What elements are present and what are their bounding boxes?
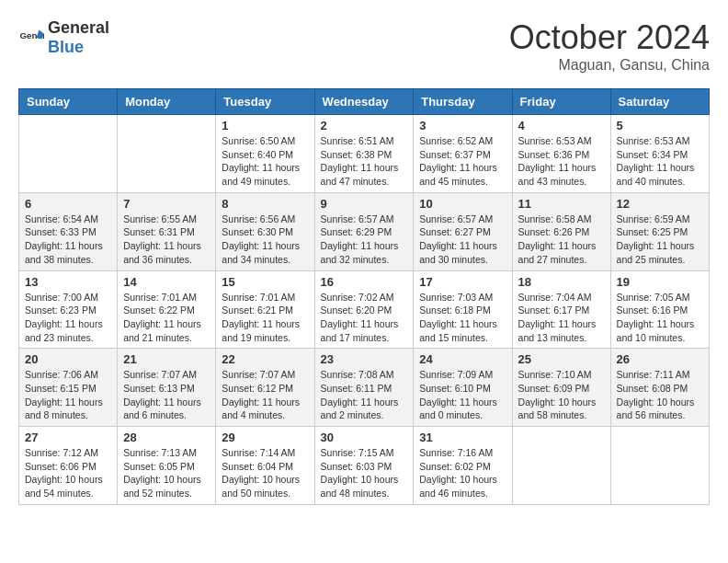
day-number: 5 <box>617 119 703 132</box>
day-info: Sunrise: 7:10 AMSunset: 6:09 PMDaylight:… <box>518 368 605 422</box>
calendar-week-row: 6Sunrise: 6:54 AMSunset: 6:33 PMDaylight… <box>19 192 710 270</box>
logo: General General Blue <box>18 18 109 57</box>
day-number: 26 <box>617 352 703 366</box>
calendar-cell: 28Sunrise: 7:13 AMSunset: 6:05 PMDayligh… <box>118 427 216 505</box>
day-number: 22 <box>222 352 308 366</box>
day-info: Sunrise: 7:06 AMSunset: 6:15 PMDaylight:… <box>25 368 111 422</box>
day-number: 30 <box>321 431 408 444</box>
day-info: Sunrise: 6:52 AMSunset: 6:37 PMDaylight:… <box>419 134 506 189</box>
location-title: Maguan, Gansu, China <box>509 57 710 74</box>
calendar-week-row: 20Sunrise: 7:06 AMSunset: 6:15 PMDayligh… <box>19 349 710 427</box>
calendar-header-row: SundayMondayTuesdayWednesdayThursdayFrid… <box>19 89 710 115</box>
calendar-cell: 7Sunrise: 6:55 AMSunset: 6:31 PMDaylight… <box>118 192 216 270</box>
weekday-header-tuesday: Tuesday <box>216 89 314 115</box>
day-info: Sunrise: 6:54 AMSunset: 6:33 PMDaylight:… <box>25 213 111 267</box>
day-info: Sunrise: 6:53 AMSunset: 6:34 PMDaylight:… <box>617 134 703 189</box>
day-info: Sunrise: 7:15 AMSunset: 6:03 PMDaylight:… <box>321 446 408 500</box>
day-number: 21 <box>123 352 210 366</box>
calendar-cell: 11Sunrise: 6:58 AMSunset: 6:26 PMDayligh… <box>512 192 610 270</box>
day-info: Sunrise: 7:00 AMSunset: 6:23 PMDaylight:… <box>25 291 111 345</box>
day-info: Sunrise: 7:05 AMSunset: 6:16 PMDaylight:… <box>617 291 703 345</box>
calendar-table: SundayMondayTuesdayWednesdayThursdayFrid… <box>18 88 710 505</box>
day-number: 2 <box>321 119 408 132</box>
day-number: 15 <box>222 275 308 289</box>
day-info: Sunrise: 7:07 AMSunset: 6:12 PMDaylight:… <box>222 368 308 422</box>
calendar-week-row: 27Sunrise: 7:12 AMSunset: 6:06 PMDayligh… <box>19 427 710 505</box>
day-number: 25 <box>518 352 605 366</box>
day-number: 29 <box>222 431 308 444</box>
day-info: Sunrise: 6:50 AMSunset: 6:40 PMDaylight:… <box>222 134 308 189</box>
day-info: Sunrise: 7:03 AMSunset: 6:18 PMDaylight:… <box>419 291 506 345</box>
day-info: Sunrise: 6:57 AMSunset: 6:27 PMDaylight:… <box>419 213 506 267</box>
calendar-cell: 13Sunrise: 7:00 AMSunset: 6:23 PMDayligh… <box>19 270 118 349</box>
day-number: 11 <box>518 197 605 211</box>
day-number: 14 <box>123 275 210 289</box>
day-info: Sunrise: 6:57 AMSunset: 6:29 PMDaylight:… <box>321 213 408 267</box>
day-info: Sunrise: 7:12 AMSunset: 6:06 PMDaylight:… <box>25 446 111 500</box>
weekday-header-wednesday: Wednesday <box>314 89 414 115</box>
calendar-cell <box>19 115 118 193</box>
calendar-cell <box>512 427 610 505</box>
calendar-cell: 22Sunrise: 7:07 AMSunset: 6:12 PMDayligh… <box>216 349 314 427</box>
calendar-cell: 14Sunrise: 7:01 AMSunset: 6:22 PMDayligh… <box>118 270 216 349</box>
calendar-cell: 30Sunrise: 7:15 AMSunset: 6:03 PMDayligh… <box>314 427 414 505</box>
day-number: 13 <box>25 275 111 289</box>
day-number: 18 <box>518 275 605 289</box>
calendar-cell: 9Sunrise: 6:57 AMSunset: 6:29 PMDaylight… <box>314 192 414 270</box>
day-number: 3 <box>419 119 506 132</box>
day-number: 1 <box>222 119 308 132</box>
calendar-cell: 16Sunrise: 7:02 AMSunset: 6:20 PMDayligh… <box>314 270 414 349</box>
calendar-cell <box>610 427 709 505</box>
day-info: Sunrise: 6:58 AMSunset: 6:26 PMDaylight:… <box>518 213 605 267</box>
weekday-header-friday: Friday <box>512 89 610 115</box>
logo-icon: General <box>18 25 44 51</box>
day-info: Sunrise: 7:11 AMSunset: 6:08 PMDaylight:… <box>617 368 703 422</box>
weekday-header-thursday: Thursday <box>414 89 512 115</box>
day-number: 31 <box>419 431 506 444</box>
calendar-cell: 1Sunrise: 6:50 AMSunset: 6:40 PMDaylight… <box>216 115 314 193</box>
day-info: Sunrise: 7:16 AMSunset: 6:02 PMDaylight:… <box>419 446 506 500</box>
calendar-cell: 26Sunrise: 7:11 AMSunset: 6:08 PMDayligh… <box>610 349 709 427</box>
day-number: 17 <box>419 275 506 289</box>
logo-general: General <box>48 18 109 37</box>
calendar-cell: 10Sunrise: 6:57 AMSunset: 6:27 PMDayligh… <box>414 192 512 270</box>
day-number: 4 <box>518 119 605 132</box>
day-info: Sunrise: 7:01 AMSunset: 6:22 PMDaylight:… <box>123 291 210 345</box>
day-info: Sunrise: 7:04 AMSunset: 6:17 PMDaylight:… <box>518 291 605 345</box>
calendar-week-row: 1Sunrise: 6:50 AMSunset: 6:40 PMDaylight… <box>19 115 710 193</box>
calendar-cell: 31Sunrise: 7:16 AMSunset: 6:02 PMDayligh… <box>414 427 512 505</box>
day-number: 23 <box>321 352 408 366</box>
day-number: 20 <box>25 352 111 366</box>
page-header: General General Blue October 2024 Maguan… <box>18 18 710 74</box>
calendar-cell: 23Sunrise: 7:08 AMSunset: 6:11 PMDayligh… <box>314 349 414 427</box>
day-info: Sunrise: 6:51 AMSunset: 6:38 PMDaylight:… <box>321 134 408 189</box>
calendar-cell: 21Sunrise: 7:07 AMSunset: 6:13 PMDayligh… <box>118 349 216 427</box>
title-block: October 2024 Maguan, Gansu, China <box>509 18 710 74</box>
day-number: 8 <box>222 197 308 211</box>
calendar-cell: 17Sunrise: 7:03 AMSunset: 6:18 PMDayligh… <box>414 270 512 349</box>
calendar-cell: 4Sunrise: 6:53 AMSunset: 6:36 PMDaylight… <box>512 115 610 193</box>
calendar-cell: 29Sunrise: 7:14 AMSunset: 6:04 PMDayligh… <box>216 427 314 505</box>
day-info: Sunrise: 7:07 AMSunset: 6:13 PMDaylight:… <box>123 368 210 422</box>
weekday-header-sunday: Sunday <box>19 89 118 115</box>
calendar-cell: 6Sunrise: 6:54 AMSunset: 6:33 PMDaylight… <box>19 192 118 270</box>
day-number: 12 <box>617 197 703 211</box>
day-number: 6 <box>25 197 111 211</box>
calendar-cell: 19Sunrise: 7:05 AMSunset: 6:16 PMDayligh… <box>610 270 709 349</box>
day-info: Sunrise: 7:09 AMSunset: 6:10 PMDaylight:… <box>419 368 506 422</box>
day-info: Sunrise: 6:56 AMSunset: 6:30 PMDaylight:… <box>222 213 308 267</box>
day-number: 16 <box>321 275 408 289</box>
day-info: Sunrise: 6:59 AMSunset: 6:25 PMDaylight:… <box>617 213 703 267</box>
calendar-cell: 12Sunrise: 6:59 AMSunset: 6:25 PMDayligh… <box>610 192 709 270</box>
calendar-week-row: 13Sunrise: 7:00 AMSunset: 6:23 PMDayligh… <box>19 270 710 349</box>
day-number: 19 <box>617 275 703 289</box>
weekday-header-saturday: Saturday <box>610 89 709 115</box>
weekday-header-monday: Monday <box>118 89 216 115</box>
calendar-cell: 15Sunrise: 7:01 AMSunset: 6:21 PMDayligh… <box>216 270 314 349</box>
day-info: Sunrise: 6:55 AMSunset: 6:31 PMDaylight:… <box>123 213 210 267</box>
day-info: Sunrise: 7:02 AMSunset: 6:20 PMDaylight:… <box>321 291 408 345</box>
day-info: Sunrise: 7:13 AMSunset: 6:05 PMDaylight:… <box>123 446 210 500</box>
day-number: 24 <box>419 352 506 366</box>
month-title: October 2024 <box>509 18 710 57</box>
calendar-cell: 18Sunrise: 7:04 AMSunset: 6:17 PMDayligh… <box>512 270 610 349</box>
